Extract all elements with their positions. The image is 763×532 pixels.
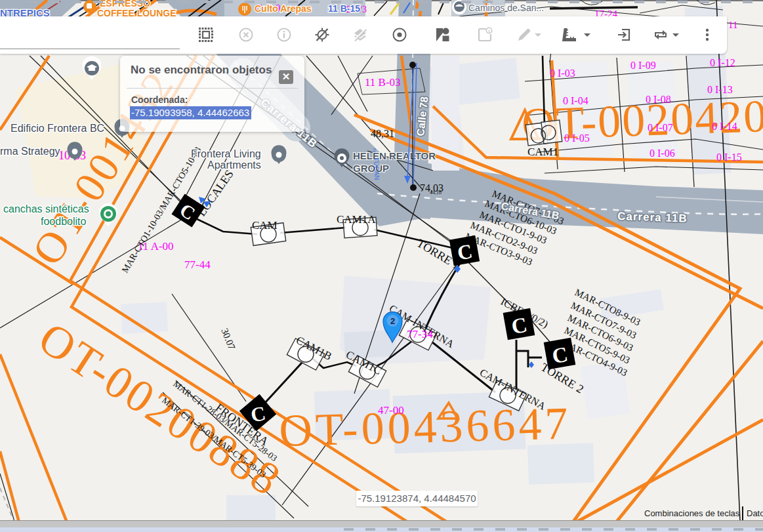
svg-text:11: 11 bbox=[728, 20, 737, 30]
svg-text:CAM1A: CAM1A bbox=[337, 213, 376, 226]
svg-text:HELEN REALTOR: HELEN REALTOR bbox=[353, 150, 436, 161]
svg-text:0 I-05: 0 I-05 bbox=[564, 133, 590, 144]
svg-text:77-44: 77-44 bbox=[184, 258, 211, 271]
svg-text:48,31: 48,31 bbox=[371, 128, 394, 139]
svg-text:0 I-07: 0 I-07 bbox=[648, 122, 673, 133]
svg-text:Caminos de San...: Caminos de San... bbox=[468, 3, 544, 13]
svg-text:foodbolito: foodbolito bbox=[41, 216, 86, 227]
svg-text:Culto Arepas: Culto Arepas bbox=[255, 3, 312, 14]
svg-text:OT-00436647: OT-00436647 bbox=[278, 398, 571, 456]
svg-text:11 B-15: 11 B-15 bbox=[328, 3, 360, 14]
svg-text:rma Strategy: rma Strategy bbox=[0, 146, 60, 157]
svg-text:Apartments: Apartments bbox=[207, 159, 261, 171]
svg-text:0 I-04: 0 I-04 bbox=[563, 95, 588, 106]
svg-text:77-34: 77-34 bbox=[407, 328, 433, 340]
svg-text:0 I-15: 0 I-15 bbox=[716, 152, 742, 163]
svg-text:CAM: CAM bbox=[252, 219, 278, 232]
svg-text:0 I-08: 0 I-08 bbox=[646, 94, 671, 105]
svg-text:44,18: 44,18 bbox=[430, 190, 442, 195]
svg-text:2: 2 bbox=[390, 316, 395, 326]
svg-text:0 I-09: 0 I-09 bbox=[630, 60, 656, 71]
svg-text:CAM1: CAM1 bbox=[527, 146, 558, 158]
svg-text:Carrera 11B: Carrera 11B bbox=[617, 210, 688, 225]
svg-text:TUCAN: TUCAN bbox=[373, 157, 381, 180]
svg-text:0 I-03: 0 I-03 bbox=[550, 68, 575, 79]
svg-text:GROUP: GROUP bbox=[353, 163, 389, 174]
svg-text:11 B-03: 11 B-03 bbox=[365, 76, 401, 89]
svg-text:Edificio Frontera BC: Edificio Frontera BC bbox=[10, 123, 104, 134]
svg-text:0 I-12: 0 I-12 bbox=[710, 57, 735, 68]
svg-text:canchas sintéticas: canchas sintéticas bbox=[3, 203, 89, 215]
svg-text:0 I-13: 0 I-13 bbox=[707, 84, 733, 95]
svg-text:2: 2 bbox=[373, 147, 376, 153]
svg-text:Frontera Living: Frontera Living bbox=[191, 148, 261, 159]
svg-text:0 I-14: 0 I-14 bbox=[712, 121, 737, 132]
svg-text:0 I-06: 0 I-06 bbox=[650, 148, 675, 159]
svg-text:47-00: 47-00 bbox=[378, 404, 404, 417]
